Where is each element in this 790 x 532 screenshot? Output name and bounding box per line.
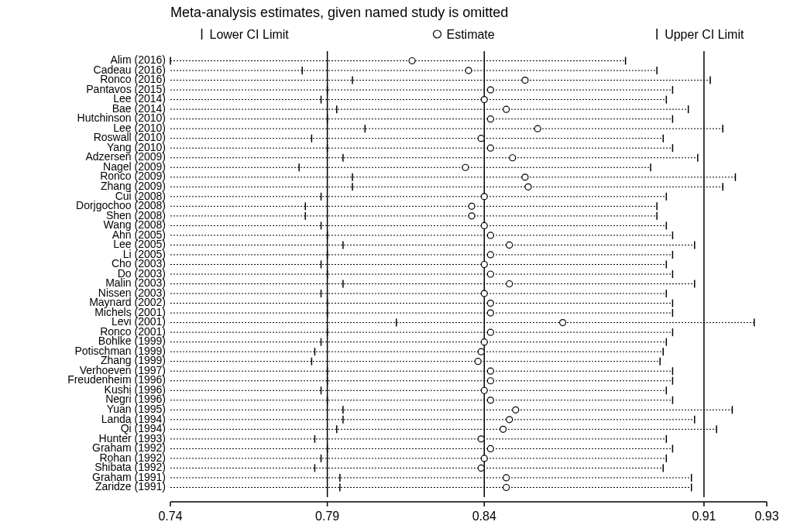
chart-title: Meta-analysis estimates, given named stu… xyxy=(170,5,508,20)
estimate-point-icon xyxy=(487,368,493,374)
estimate-point-icon xyxy=(507,417,513,423)
x-tick-label: 0.79 xyxy=(315,510,339,523)
estimate-point-icon xyxy=(465,67,472,74)
estimate-point-icon xyxy=(510,155,516,161)
estimate-point-icon xyxy=(487,116,493,122)
estimate-point-icon xyxy=(478,348,484,355)
estimate-point-icon xyxy=(487,300,493,307)
estimate-point-icon xyxy=(534,125,541,132)
estimate-point-icon xyxy=(507,281,513,287)
estimate-point-icon xyxy=(481,339,487,345)
estimate-point-icon xyxy=(487,145,493,151)
estimate-point-icon xyxy=(522,174,528,180)
study-label: Zaridze (1991) xyxy=(95,480,166,493)
legend-lower-label: Lower CI Limit xyxy=(210,28,290,41)
estimate-point-icon xyxy=(487,445,493,451)
x-tick-label: 0.84 xyxy=(472,510,496,523)
estimate-point-icon xyxy=(478,136,484,142)
x-tick-label: 0.74 xyxy=(158,510,182,523)
estimate-point-icon xyxy=(481,387,487,393)
estimate-point-icon xyxy=(513,407,519,413)
estimate-point-icon xyxy=(481,455,487,462)
estimate-point-icon xyxy=(487,329,493,335)
estimate-point-icon xyxy=(462,164,469,170)
legend-estimate-label: Estimate xyxy=(446,28,494,41)
x-tick-label: 0.91 xyxy=(692,510,716,523)
estimate-point-icon xyxy=(478,436,484,442)
estimate-point-icon xyxy=(500,426,507,432)
estimate-point-icon xyxy=(507,242,513,248)
estimate-point-icon xyxy=(469,203,475,209)
estimate-point-icon xyxy=(522,77,528,84)
estimate-point-icon xyxy=(475,359,481,365)
estimate-point-icon xyxy=(481,261,487,267)
forest-plot-container: Meta-analysis estimates, given named stu… xyxy=(0,0,790,532)
estimate-point-icon xyxy=(487,232,493,239)
estimate-point-icon xyxy=(469,213,475,219)
estimate-point-icon xyxy=(478,465,484,471)
legend-estimate-circle-icon xyxy=(433,30,441,38)
forest-plot-svg: Meta-analysis estimates, given named stu… xyxy=(0,0,790,532)
estimate-point-icon xyxy=(503,106,510,112)
estimate-point-icon xyxy=(503,475,510,481)
estimate-point-icon xyxy=(503,484,510,490)
estimate-point-icon xyxy=(481,97,487,103)
estimate-point-icon xyxy=(481,222,487,228)
estimate-point-icon xyxy=(487,252,493,258)
legend-upper-label: Upper CI Limit xyxy=(665,28,744,41)
estimate-point-icon xyxy=(481,194,487,200)
estimate-point-icon xyxy=(487,87,493,93)
x-tick-label: 0.93 xyxy=(754,510,778,523)
estimate-point-icon xyxy=(409,58,415,64)
estimate-point-icon xyxy=(487,378,493,384)
estimate-point-icon xyxy=(560,320,566,326)
estimate-point-icon xyxy=(487,310,493,316)
estimate-point-icon xyxy=(487,397,493,403)
estimate-point-icon xyxy=(487,271,493,277)
estimate-point-icon xyxy=(525,184,531,190)
estimate-point-icon xyxy=(481,290,487,297)
